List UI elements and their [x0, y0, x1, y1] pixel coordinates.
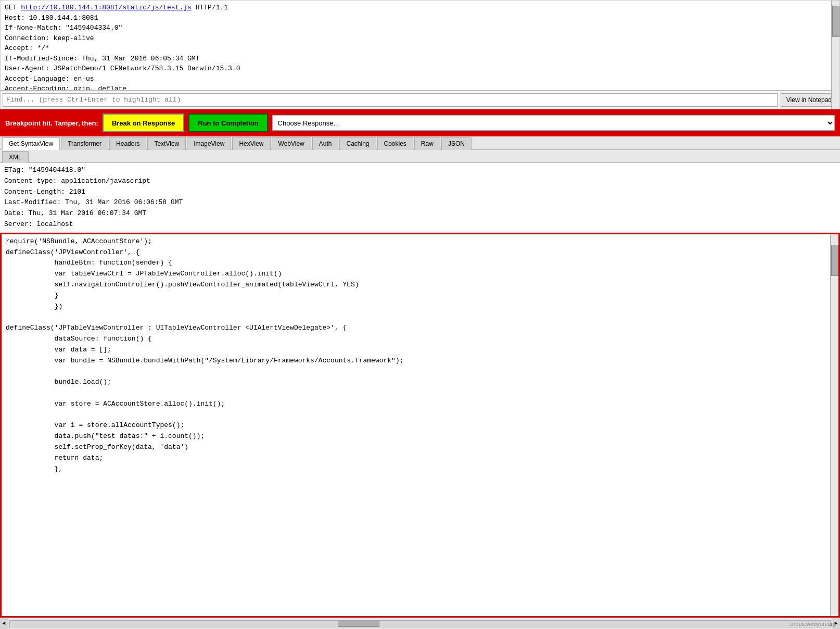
tab-headers[interactable]: Headers [109, 137, 146, 150]
request-connection1: Connection: keep-alive [5, 34, 94, 42]
tab-raw[interactable]: Raw [414, 137, 440, 150]
breakpoint-label: Breakpoint hit. Tamper, then: [5, 119, 98, 127]
tab-transformer[interactable]: Transformer [61, 137, 108, 150]
run-to-completion-button[interactable]: Run to Completion [188, 114, 268, 132]
request-accept: Accept: */* [5, 44, 49, 52]
tab-xml[interactable]: XML [2, 151, 29, 163]
response-headers: ETag: "1459404418.0" Content-type: appli… [0, 163, 840, 233]
request-modified-since: If-Modified-Since: Thu, 31 Mar 2016 06:0… [5, 55, 199, 62]
view-in-notepad-button[interactable]: View in Notepad [781, 93, 837, 107]
request-accept-language: Accept-Language: en-us [5, 75, 94, 83]
code-scrollbar[interactable] [830, 234, 838, 616]
breakpoint-bar: Breakpoint hit. Tamper, then: Break on R… [0, 109, 840, 136]
request-user-agent: User-Agent: JSPatchDemo/1 CFNetwork/758.… [5, 65, 240, 72]
tab-hexview[interactable]: HexView [232, 137, 270, 150]
request-panel: GET http://10.180.144.1:8081/static/js/t… [0, 0, 840, 109]
tabs-bar-row2: XML [0, 150, 840, 163]
tab-imageview[interactable]: ImageView [187, 137, 231, 150]
resp-content-type: Content-type: application/javascript [4, 176, 836, 187]
tabs-bar-row1: Get SyntaxView Transformer Headers TextV… [0, 136, 840, 150]
code-content[interactable]: require('NSBundle, ACAccountStore'); def… [2, 234, 838, 616]
resp-etag: ETag: "1459404418.0" [4, 165, 836, 176]
tab-webview[interactable]: WebView [272, 137, 311, 150]
find-input[interactable] [3, 93, 778, 107]
break-on-response-button[interactable]: Break on Response [103, 114, 184, 132]
resp-last-modified: Last-Modified: Thu, 31 Mar 2016 06:06:58… [4, 197, 836, 208]
tab-caching[interactable]: Caching [339, 137, 376, 150]
tab-json[interactable]: JSON [441, 137, 472, 150]
resp-server: Server: localhost [4, 219, 836, 230]
request-etag: If-None-Match: "1459404334.0" [5, 24, 122, 32]
main-container: GET http://10.180.144.1:8081/static/js/t… [0, 0, 840, 629]
tab-get-syntaxview[interactable]: Get SyntaxView [2, 137, 60, 150]
code-panel: require('NSBundle, ACAccountStore'); def… [0, 233, 840, 618]
resp-date: Date: Thu, 31 Mar 2016 06:07:34 GMT [4, 208, 836, 219]
bottom-scrollbar[interactable]: ◄ ► [0, 618, 840, 629]
watermark: drops.wooyun.org [791, 621, 836, 627]
request-scroll-thumb[interactable] [832, 6, 839, 37]
tab-cookies[interactable]: Cookies [377, 137, 413, 150]
request-accept-encoding: Accept-Encoding: gzip, deflate [5, 85, 126, 90]
scroll-thumb[interactable] [338, 621, 379, 627]
code-scroll-thumb[interactable] [831, 245, 838, 276]
request-host: Host: 10.180.144.1:8081 [5, 14, 98, 22]
choose-response-select[interactable]: Choose Response... [272, 115, 835, 131]
scroll-track[interactable] [9, 620, 831, 627]
request-line-1: GET http://10.180.144.1:8081/static/js/t… [5, 4, 228, 11]
find-bar: View in Notepad [1, 90, 839, 109]
scroll-left-button[interactable]: ◄ [0, 618, 8, 629]
request-url-link[interactable]: http://10.180.144.1:8081/static/js/test.… [21, 4, 192, 11]
request-scrollbar[interactable] [831, 1, 839, 109]
resp-content-length: Content-Length: 2101 [4, 187, 836, 198]
tab-textview[interactable]: TextView [147, 137, 186, 150]
request-content: GET http://10.180.144.1:8081/static/js/t… [1, 1, 839, 90]
tab-auth[interactable]: Auth [312, 137, 339, 150]
